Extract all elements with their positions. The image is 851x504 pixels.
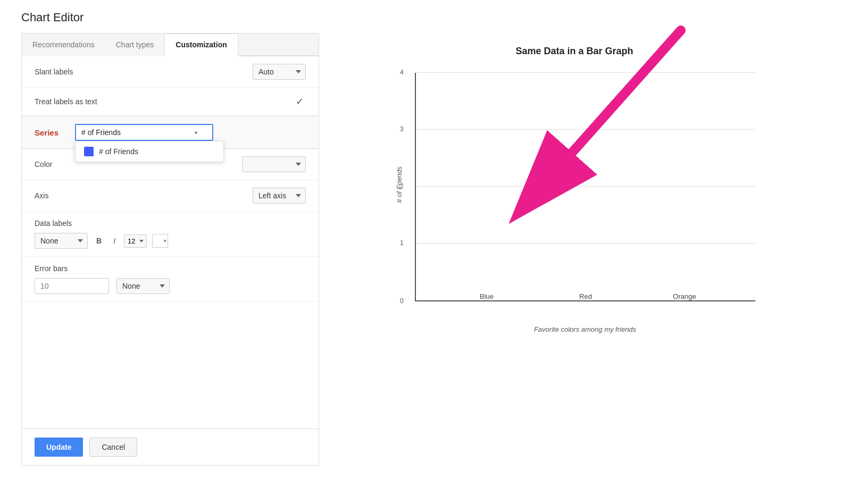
bar-column-blue: Blue [465, 288, 508, 300]
treat-labels-row: Treat labels as text ✓ [22, 88, 319, 116]
slant-labels-control: Auto [253, 64, 306, 80]
font-bold-button[interactable]: B [93, 234, 105, 247]
bar-column-red: Red [564, 288, 607, 300]
update-button[interactable]: Update [35, 438, 83, 457]
y-tick-1: 1 [400, 239, 404, 247]
y-tick-2: 2 [400, 182, 404, 190]
error-bars-none-select[interactable]: None [116, 278, 170, 294]
treat-labels-checkmark[interactable]: ✓ [293, 95, 306, 108]
color-select[interactable] [242, 156, 306, 172]
series-option-label: # of Friends [99, 147, 138, 156]
slant-labels-label: Slant labels [35, 68, 253, 76]
panel-scroll: Slant labels Auto Treat labels as text ✓ [22, 56, 319, 429]
bar-column-orange: Orange [663, 288, 706, 300]
y-tick-3: 3 [400, 125, 404, 133]
data-labels-none-select[interactable]: None [35, 233, 88, 249]
series-dropdown-container: # of Friends ▾ # of Friends [75, 124, 306, 141]
series-label: Series [35, 128, 66, 137]
treat-labels-control: ✓ [293, 95, 306, 108]
tabs-bar: Recommendations Chart types Customizatio… [22, 33, 319, 56]
axis-row: Axis Left axis [22, 180, 319, 212]
y-tick-4: 4 [400, 69, 404, 76]
right-panel: Same Data in a Bar Graph # of Friends 4 [319, 33, 830, 466]
treat-labels-label: Treat labels as text [35, 97, 293, 106]
error-bars-section: Error bars None [22, 257, 319, 302]
y-tick-0: 0 [400, 297, 404, 305]
axis-select[interactable]: Left axis [253, 188, 306, 204]
error-bars-input[interactable] [35, 278, 109, 294]
data-labels-title: Data labels [35, 219, 306, 228]
chart-title: Same Data in a Bar Graph [515, 46, 633, 57]
main-layout: Recommendations Chart types Customizatio… [21, 33, 830, 466]
axis-control: Left axis [253, 188, 306, 204]
series-dropdown-arrow-icon: ▾ [195, 130, 197, 136]
series-header-row: Series # of Friends ▾ # of Friends [22, 116, 319, 148]
series-section: Series # of Friends ▾ # of Friends [22, 116, 319, 149]
chart-container: # of Friends 4 3 2 [388, 68, 761, 333]
series-color-swatch [84, 147, 94, 156]
bar-label-blue: Blue [480, 292, 494, 300]
panel-footer: Update Cancel [22, 429, 319, 465]
bar-label-orange: Orange [673, 292, 696, 300]
page-container: Chart Editor Recommendations Chart types… [21, 11, 830, 466]
series-selected-value: # of Friends [81, 128, 121, 137]
series-option-friends[interactable]: # of Friends [76, 141, 223, 162]
font-size-select[interactable]: 12 [124, 234, 147, 248]
series-dropdown-popup: # of Friends [75, 141, 224, 162]
font-color-select[interactable] [152, 234, 168, 248]
chart-plot-area: 4 3 2 1 0 [415, 73, 755, 301]
tab-customization[interactable]: Customization [164, 33, 238, 56]
bar-label-red: Red [579, 292, 592, 300]
slant-labels-row: Slant labels Auto [22, 56, 319, 88]
x-axis-title: Favorite colors among my friends [415, 325, 755, 333]
font-italic-button[interactable]: I [110, 234, 119, 247]
error-bars-title: Error bars [35, 264, 306, 273]
page-title: Chart Editor [21, 11, 830, 24]
data-labels-section: Data labels None B I 12 [22, 212, 319, 257]
error-bars-controls: None [35, 278, 306, 294]
left-panel: Recommendations Chart types Customizatio… [21, 33, 319, 466]
axis-label: Axis [35, 191, 253, 200]
tab-chart-types[interactable]: Chart types [105, 33, 165, 56]
series-dropdown-input[interactable]: # of Friends ▾ [75, 124, 213, 141]
slant-labels-select[interactable]: Auto [253, 64, 306, 80]
bars-container: Blue Red Orange [416, 73, 755, 300]
data-labels-controls: None B I 12 [35, 233, 306, 249]
tab-recommendations[interactable]: Recommendations [22, 33, 105, 56]
cancel-button[interactable]: Cancel [89, 438, 137, 457]
